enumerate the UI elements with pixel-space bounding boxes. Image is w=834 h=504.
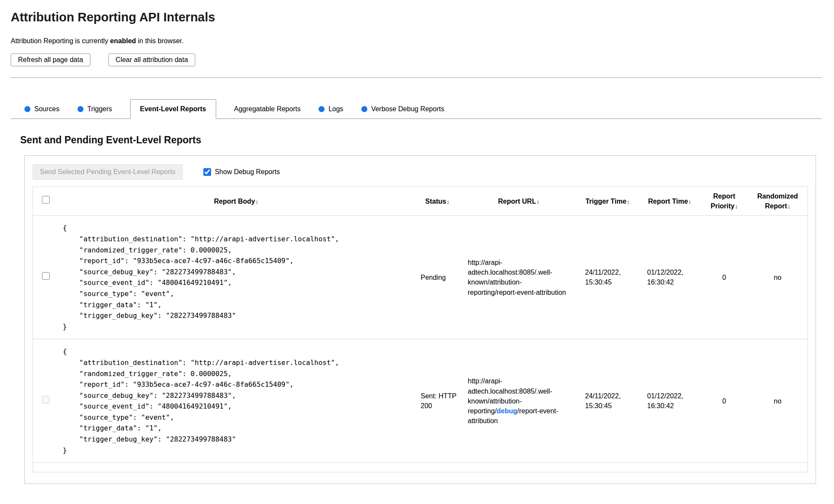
row-select-cell bbox=[33, 339, 59, 463]
page-actions: Refresh all page data Clear all attribut… bbox=[11, 53, 822, 66]
row-select-checkbox[interactable] bbox=[42, 272, 50, 280]
status-suffix: in this browser. bbox=[136, 37, 184, 44]
header-label: Randomized Report bbox=[757, 193, 798, 210]
refresh-all-button[interactable]: Refresh all page data bbox=[11, 53, 90, 66]
tab-triggers[interactable]: Triggers bbox=[77, 99, 112, 119]
header-report-priority[interactable]: Report Priority↕ bbox=[701, 187, 748, 216]
status-cell: Pending bbox=[414, 216, 461, 339]
panel-controls: Send Selected Pending Event-Level Report… bbox=[33, 164, 808, 180]
show-debug-reports-label: Show Debug Reports bbox=[215, 168, 280, 176]
status-enabled: enabled bbox=[110, 37, 136, 44]
report-row: { "attribution_destination": "http://ara… bbox=[33, 339, 808, 463]
report-url-text: http://arapi-adtech.localhost:8085/.well… bbox=[468, 259, 566, 296]
status-prefix: Attribution Reporting is currently bbox=[11, 37, 110, 44]
sort-icon: ↕ bbox=[627, 199, 630, 205]
table-header-row: Report Body↕ Status↕ Report URL↕ Trigger… bbox=[33, 187, 808, 216]
table-footer-cell bbox=[33, 463, 808, 472]
attribution-status-line: Attribution Reporting is currently enabl… bbox=[11, 37, 822, 45]
clear-all-button[interactable]: Clear all attribution data bbox=[108, 53, 195, 66]
select-all-cell bbox=[33, 187, 59, 216]
trigger-time-cell: 24/11/2022, 15:30:45 bbox=[577, 216, 639, 339]
logs-dot-icon bbox=[319, 106, 325, 112]
sources-dot-icon bbox=[24, 106, 30, 112]
trigger-time-cell: 24/11/2022, 15:30:45 bbox=[577, 339, 639, 463]
report-time-cell: 01/12/2022, 16:30:42 bbox=[639, 216, 701, 339]
header-report-body[interactable]: Report Body↕ bbox=[59, 187, 414, 216]
report-time-cell: 01/12/2022, 16:30:42 bbox=[639, 339, 701, 463]
select-all-checkbox[interactable] bbox=[42, 196, 50, 204]
sort-icon: ↕ bbox=[787, 203, 790, 210]
row-select-checkbox[interactable] bbox=[42, 396, 50, 403]
sort-icon: ↕ bbox=[688, 199, 691, 205]
tab-label: Logs bbox=[328, 105, 343, 113]
tab-aggregatable-reports[interactable]: Aggregatable Reports bbox=[234, 99, 301, 119]
tab-label: Verbose Debug Reports bbox=[371, 105, 444, 113]
triggers-dot-icon bbox=[77, 106, 83, 112]
tab-bar: Sources Triggers Event-Level Reports Agg… bbox=[11, 99, 822, 119]
reports-panel: Send Selected Pending Event-Level Report… bbox=[24, 155, 816, 484]
sort-icon: ↕ bbox=[536, 199, 539, 205]
section-heading: Sent and Pending Event-Level Reports bbox=[20, 134, 822, 146]
header-label: Report URL bbox=[498, 198, 536, 205]
attribution-internals-page: Attribution Reporting API Internals Attr… bbox=[0, 0, 834, 504]
header-randomized-report[interactable]: Randomized Report↕ bbox=[748, 187, 808, 216]
report-body-json: { "attribution_destination": "http://ara… bbox=[63, 222, 411, 332]
report-priority-cell: 0 bbox=[701, 216, 748, 339]
report-priority-cell: 0 bbox=[701, 339, 748, 463]
tab-verbose-debug-reports[interactable]: Verbose Debug Reports bbox=[361, 99, 444, 119]
table-footer-strip bbox=[33, 463, 808, 472]
sort-icon: ↕ bbox=[735, 203, 738, 210]
page-title: Attribution Reporting API Internals bbox=[11, 10, 822, 24]
url-debug-highlight: debug bbox=[497, 407, 517, 415]
header-report-url[interactable]: Report URL↕ bbox=[461, 187, 577, 216]
header-trigger-time[interactable]: Trigger Time↕ bbox=[577, 187, 639, 216]
header-label: Status bbox=[425, 198, 446, 205]
report-body-cell: { "attribution_destination": "http://ara… bbox=[59, 339, 414, 463]
tab-label: Aggregatable Reports bbox=[234, 105, 301, 113]
header-label: Report Time bbox=[648, 198, 688, 205]
report-body-json: { "attribution_destination": "http://ara… bbox=[63, 346, 411, 456]
report-row: { "attribution_destination": "http://ara… bbox=[33, 216, 808, 339]
report-url-cell: http://arapi-adtech.localhost:8085/.well… bbox=[461, 339, 577, 463]
randomized-report-cell: no bbox=[748, 216, 808, 339]
header-label: Trigger Time bbox=[585, 198, 626, 205]
header-label: Report Priority bbox=[711, 193, 736, 210]
verbose-debug-dot-icon bbox=[361, 106, 367, 112]
row-select-cell bbox=[33, 216, 59, 339]
header-label: Report Body bbox=[214, 198, 255, 205]
event-level-reports-table: Report Body↕ Status↕ Report URL↕ Trigger… bbox=[33, 187, 808, 472]
show-debug-reports-control: Show Debug Reports bbox=[203, 168, 280, 176]
status-cell: Sent: HTTP 200 bbox=[414, 339, 461, 463]
send-selected-reports-button[interactable]: Send Selected Pending Event-Level Report… bbox=[33, 164, 183, 180]
show-debug-reports-checkbox[interactable] bbox=[203, 168, 211, 176]
report-url-cell: http://arapi-adtech.localhost:8085/.well… bbox=[461, 216, 577, 339]
tab-logs[interactable]: Logs bbox=[319, 99, 343, 119]
report-body-cell: { "attribution_destination": "http://ara… bbox=[59, 216, 414, 339]
header-status[interactable]: Status↕ bbox=[414, 187, 461, 216]
top-divider bbox=[11, 77, 822, 78]
tab-event-level-reports[interactable]: Event-Level Reports bbox=[130, 99, 216, 119]
sort-icon: ↕ bbox=[447, 199, 450, 205]
tab-label: Event-Level Reports bbox=[140, 105, 206, 113]
tab-label: Triggers bbox=[87, 105, 112, 113]
randomized-report-cell: no bbox=[748, 339, 808, 463]
header-report-time[interactable]: Report Time↕ bbox=[639, 187, 701, 216]
tab-label: Sources bbox=[34, 105, 60, 113]
tab-sources[interactable]: Sources bbox=[24, 99, 60, 119]
sort-icon: ↕ bbox=[256, 199, 259, 205]
